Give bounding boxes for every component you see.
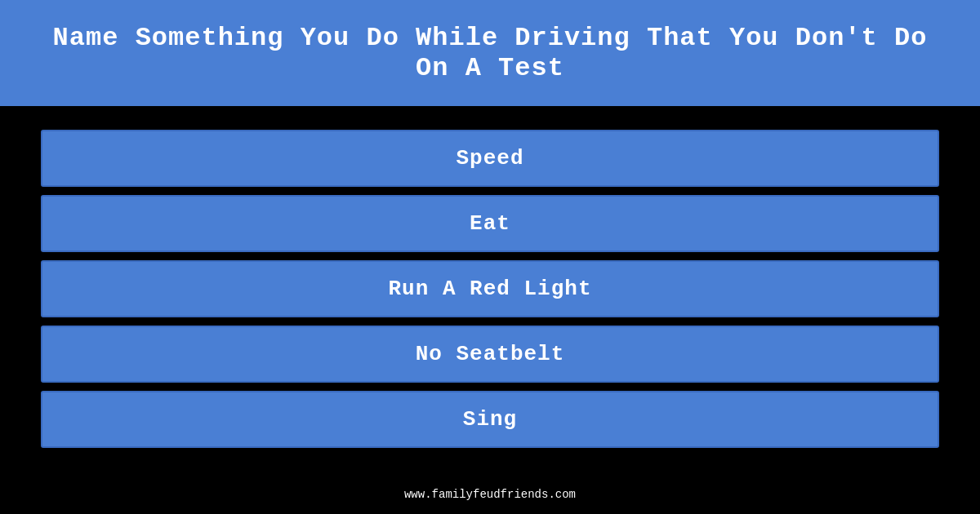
question-title: Name Something You Do While Driving That… xyxy=(53,23,928,83)
answer-text-2: Eat xyxy=(470,211,510,236)
footer-url: www.familyfeudfriends.com xyxy=(404,488,576,501)
answer-row-5[interactable]: Sing xyxy=(41,391,939,448)
answers-container: SpeedEatRun A Red LightNo SeatbeltSing xyxy=(0,109,980,475)
answer-row-1[interactable]: Speed xyxy=(41,130,939,187)
answer-row-4[interactable]: No Seatbelt xyxy=(41,326,939,383)
answer-row-3[interactable]: Run A Red Light xyxy=(41,260,939,317)
answer-text-4: No Seatbelt xyxy=(416,342,565,366)
answer-text-5: Sing xyxy=(463,407,517,432)
answer-text-1: Speed xyxy=(456,146,523,171)
answer-row-2[interactable]: Eat xyxy=(41,195,939,252)
answer-text-3: Run A Red Light xyxy=(388,277,591,301)
header: Name Something You Do While Driving That… xyxy=(0,0,980,109)
footer: www.familyfeudfriends.com xyxy=(0,475,980,514)
